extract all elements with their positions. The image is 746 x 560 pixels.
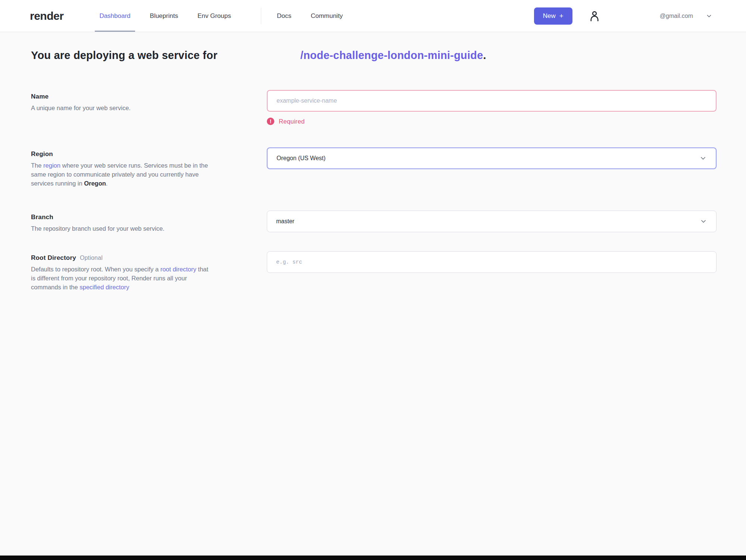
new-button-label: New (543, 12, 556, 20)
name-field-row: Name A unique name for your web service.… (31, 90, 746, 125)
region-field-info: Region The region where your web service… (31, 147, 209, 188)
branch-select[interactable]: master (267, 211, 717, 232)
nav-item-dashboard[interactable]: Dashboard (99, 0, 130, 32)
root-directory-input[interactable] (267, 251, 717, 273)
top-navbar: render Dashboard Blueprints Env Groups D… (0, 0, 746, 32)
nav-item-community[interactable]: Community (311, 0, 343, 32)
nav-item-blueprints[interactable]: Blueprints (150, 0, 178, 32)
bottom-screen-edge-bar (0, 556, 746, 560)
account-email: @gmail.com (660, 13, 693, 19)
user-account-button[interactable] (588, 10, 601, 22)
deploy-form: Name A unique name for your web service.… (31, 90, 746, 292)
root-directory-label: Root DirectoryOptional (31, 254, 209, 262)
root-directory-doc-link[interactable]: root directory (160, 266, 196, 273)
page-title-suffix: . (483, 49, 486, 62)
account-menu[interactable]: @gmail.com (660, 13, 712, 19)
service-name-input[interactable] (267, 90, 717, 112)
render-logo[interactable]: render (30, 10, 63, 22)
branch-select-value: master (276, 218, 294, 225)
person-icon (588, 10, 601, 22)
branch-label: Branch (31, 214, 209, 221)
page-title: You are deploying a web service for /nod… (31, 49, 746, 62)
root-directory-description: Defaults to repository root. When you sp… (31, 265, 209, 292)
name-field-info: Name A unique name for your web service. (31, 90, 209, 113)
nav-item-env-groups[interactable]: Env Groups (197, 0, 231, 32)
region-label: Region (31, 150, 209, 158)
root-directory-desc-text: Defaults to repository root. When you sp… (31, 266, 160, 273)
region-select-value: Oregon (US West) (277, 155, 325, 162)
branch-description: The repository branch used for your web … (31, 224, 209, 233)
optional-tag: Optional (80, 255, 103, 261)
specified-directory-doc-link[interactable]: specified directory (79, 284, 129, 290)
error-text: Required (279, 118, 305, 125)
nav-divider (261, 8, 261, 24)
header-right-group: New + @gmail.com (534, 7, 712, 25)
root-directory-label-text: Root Directory (31, 254, 76, 261)
root-directory-field-info: Root DirectoryOptional Defaults to repos… (31, 251, 209, 292)
chevron-down-icon (706, 13, 712, 19)
root-directory-field-row: Root DirectoryOptional Defaults to repos… (31, 251, 746, 292)
nav-item-docs[interactable]: Docs (277, 0, 291, 32)
repo-link[interactable]: /node-challenge-london-mini-guide (300, 49, 483, 62)
region-desc-text: . (106, 180, 108, 187)
branch-field-row: Branch The repository branch used for yo… (31, 211, 746, 233)
region-description: The region where your web service runs. … (31, 161, 209, 188)
name-label: Name (31, 93, 209, 100)
region-field-row: Region The region where your web service… (31, 147, 746, 188)
region-select[interactable]: Oregon (US West) (267, 147, 717, 169)
branch-field-info: Branch The repository branch used for yo… (31, 211, 209, 233)
region-desc-oregon: Oregon (84, 180, 106, 187)
page-title-prefix: You are deploying a web service for (31, 49, 218, 62)
name-field-control: ! Required (267, 90, 717, 125)
primary-nav: Dashboard Blueprints Env Groups Docs Com… (99, 0, 362, 32)
deploy-web-service-page: You are deploying a web service for /nod… (0, 32, 746, 292)
name-description: A unique name for your web service. (31, 104, 209, 113)
region-desc-text: The (31, 162, 43, 169)
chevron-down-icon (699, 155, 707, 162)
chevron-down-icon (700, 218, 707, 225)
region-doc-link[interactable]: region (43, 162, 60, 169)
error-exclamation-icon: ! (267, 118, 274, 125)
new-button[interactable]: New + (534, 7, 572, 25)
name-error-message: ! Required (267, 118, 717, 125)
plus-icon: + (559, 12, 564, 20)
